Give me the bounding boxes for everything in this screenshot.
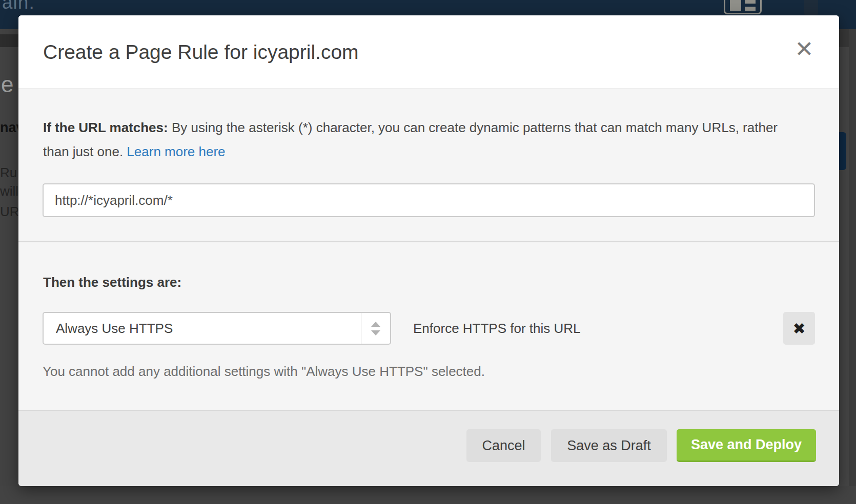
dashboard-partial-control [804, 0, 818, 15]
dashboard-partial-text: UR [0, 204, 19, 220]
remove-setting-button[interactable]: ✖ [783, 312, 815, 345]
cancel-button[interactable]: Cancel [466, 429, 541, 462]
save-and-deploy-button[interactable]: Save and Deploy [677, 429, 816, 462]
dashboard-partial-heading: ain. [2, 0, 35, 13]
url-match-description: If the URL matches: By using the asteris… [43, 116, 799, 164]
layout-view-icon [724, 0, 762, 14]
section-divider [18, 241, 839, 242]
stepper-up-icon [371, 322, 380, 327]
layout-view-icon-square [730, 0, 741, 11]
settings-heading: Then the settings are: [43, 275, 181, 290]
stepper-down-icon [371, 330, 380, 335]
url-match-label: If the URL matches: [43, 120, 168, 135]
save-as-draft-button[interactable]: Save as Draft [551, 429, 667, 462]
dashboard-partial-text: Ru [0, 165, 17, 181]
setting-description: Enforce HTTPS for this URL [413, 312, 581, 345]
setting-select[interactable]: Always Use HTTPS [43, 312, 391, 345]
modal-footer: Cancel Save as Draft Save and Deploy [18, 410, 839, 486]
dashboard-partial-text: e [1, 72, 13, 97]
dashboard-partial-text: will [0, 183, 18, 199]
setting-helper-text: You cannot add any additional settings w… [43, 364, 485, 380]
close-icon[interactable]: ✕ [792, 37, 817, 61]
dashboard-right-column [849, 29, 856, 504]
dashboard-bottom-edge [0, 486, 856, 504]
layout-view-icon-bars [745, 0, 756, 11]
setting-select-value: Always Use HTTPS [56, 313, 173, 344]
modal-title: Create a Page Rule for icyapril.com [43, 41, 359, 64]
setting-row: Always Use HTTPS Enforce HTTPS for this … [18, 312, 839, 345]
dashboard-partial-blue-button [839, 132, 846, 170]
select-stepper-icon[interactable] [361, 313, 390, 344]
url-pattern-input[interactable] [43, 183, 815, 217]
create-page-rule-modal: Create a Page Rule for icyapril.com ✕ If… [18, 15, 839, 486]
modal-header: Create a Page Rule for icyapril.com ✕ [18, 15, 839, 89]
dashboard-left-band [0, 34, 18, 47]
dashboard-left-edge [0, 29, 18, 504]
screen: ain. e nav Ru will UR Create a Page Rule… [0, 0, 856, 504]
learn-more-link[interactable]: Learn more here [127, 144, 225, 159]
